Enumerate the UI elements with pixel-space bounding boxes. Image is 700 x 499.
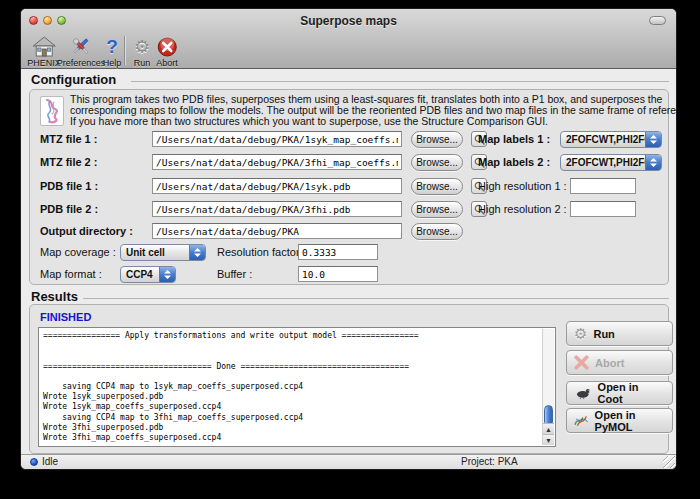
- output-directory-label: Output directory :: [40, 225, 133, 237]
- map-labels-2-select[interactable]: 2FOFCWT,PHI2FOF...: [560, 154, 662, 171]
- run-gear-icon: ⚙: [134, 37, 150, 57]
- pdb-file-2-browse-button[interactable]: Browse...: [411, 201, 463, 218]
- toolbar-abort-label: Abort: [156, 58, 178, 68]
- resize-grip[interactable]: [663, 456, 675, 468]
- popup-stepper-icon: [645, 155, 661, 170]
- map-coverage-value: Unit cell: [121, 247, 189, 258]
- toolbar-abort-button[interactable]: Abort: [156, 35, 178, 68]
- pymol-ribbon-icon: [574, 413, 589, 428]
- pymol-button-label: Open in PyMOL: [595, 409, 665, 433]
- toolbar-phenix-button[interactable]: PHENIX: [27, 35, 61, 68]
- buffer-input[interactable]: [298, 266, 378, 282]
- toolbar-separator: [124, 36, 125, 65]
- status-finished-label: FINISHED: [40, 311, 91, 323]
- abort-x-icon: [156, 35, 178, 57]
- pdb-file-2-input[interactable]: [152, 201, 402, 217]
- resolution-factor-label: Resolution factor :: [217, 246, 306, 258]
- map-labels-1-select[interactable]: 2FOFCWT,PHI2FOF...: [560, 131, 662, 148]
- toolbar-preferences-button[interactable]: Preferences: [57, 35, 106, 68]
- browse-label: Browse...: [416, 226, 458, 237]
- results-section-title: Results: [31, 289, 78, 304]
- program-ribbon-icon: [40, 96, 64, 126]
- resolution-factor-input[interactable]: [298, 244, 378, 260]
- map-format-select[interactable]: CCP4: [120, 266, 176, 283]
- browse-label: Browse...: [416, 157, 458, 168]
- buffer-label: Buffer :: [217, 268, 252, 280]
- toolbar-preferences-label: Preferences: [57, 58, 106, 68]
- toolbar-help-button[interactable]: ? Help: [103, 35, 122, 68]
- mtz-file-2-browse-button[interactable]: Browse...: [411, 154, 463, 171]
- map-labels-1-label: Map labels 1 :: [478, 133, 550, 145]
- run-button[interactable]: ⚙ Run: [566, 321, 673, 346]
- results-groupbox: FINISHED ================ Apply transfor…: [29, 304, 669, 454]
- open-in-pymol-button[interactable]: Open in PyMOL: [566, 408, 673, 433]
- mtz-file-2-label: MTZ file 2 :: [40, 156, 97, 168]
- toolbar-toggle-button[interactable]: [649, 16, 666, 25]
- configuration-divider: [131, 81, 669, 82]
- map-coverage-label: Map coverage :: [40, 246, 116, 258]
- screenshot-stage: Superpose maps PHENIX: [0, 0, 700, 499]
- mtz-file-1-label: MTZ file 1 :: [40, 133, 97, 145]
- console-scrollbar[interactable]: ▲ ▼: [542, 329, 554, 445]
- run-button-label: Run: [593, 328, 614, 340]
- configuration-section-title: Configuration: [31, 72, 116, 87]
- high-resolution-2-input[interactable]: [570, 201, 636, 217]
- pdb-file-1-input[interactable]: [152, 178, 402, 194]
- console-output[interactable]: ================ Apply transformations a…: [38, 327, 556, 447]
- run-gear-icon: ⚙: [574, 324, 587, 344]
- toolbar-run-label: Run: [134, 58, 151, 68]
- status-bar: Idle Project: PKA: [21, 454, 676, 469]
- phenix-home-icon: [27, 35, 61, 57]
- pdb-file-1-browse-button[interactable]: Browse...: [411, 178, 463, 195]
- open-in-coot-button[interactable]: Open in Coot: [566, 381, 673, 405]
- browse-label: Browse...: [416, 134, 458, 145]
- description-line-3: If you have more than two structures whi…: [70, 116, 548, 127]
- popup-stepper-icon: [189, 245, 205, 260]
- coot-button-label: Open in Coot: [598, 381, 665, 405]
- scroll-down-arrow[interactable]: ▼: [543, 434, 554, 445]
- map-format-label: Map format :: [40, 268, 102, 280]
- output-directory-browse-button[interactable]: Browse...: [411, 223, 463, 240]
- configuration-groupbox: This program takes two PDB files, superp…: [29, 89, 669, 285]
- window-chrome: Superpose maps PHENIX: [21, 9, 676, 69]
- map-coverage-select[interactable]: Unit cell: [120, 244, 206, 261]
- results-divider: [83, 298, 669, 299]
- pdb-file-1-label: PDB file 1 :: [40, 180, 98, 192]
- map-labels-2-value: 2FOFCWT,PHI2FOF...: [561, 157, 645, 168]
- mtz-file-2-input[interactable]: [152, 154, 402, 170]
- popup-stepper-icon: [159, 267, 175, 282]
- superpose-maps-window: Superpose maps PHENIX: [20, 8, 677, 470]
- status-indicator-icon: [30, 458, 38, 466]
- content-area: Configuration This program takes two PDB…: [21, 69, 676, 456]
- abort-button[interactable]: Abort: [566, 350, 673, 375]
- mtz-file-1-input[interactable]: [152, 131, 402, 147]
- console-text: ================ Apply transformations a…: [39, 328, 555, 446]
- window-title: Superpose maps: [21, 14, 676, 28]
- browse-label: Browse...: [416, 204, 458, 215]
- project-label: Project: PKA: [461, 456, 518, 467]
- scroll-up-arrow[interactable]: ▲: [543, 423, 554, 434]
- high-resolution-1-input[interactable]: [570, 178, 636, 194]
- output-directory-input[interactable]: [152, 223, 402, 239]
- high-resolution-1-label: High resolution 1 :: [478, 180, 567, 192]
- toolbar-phenix-label: PHENIX: [27, 58, 61, 68]
- preferences-tools-icon: [57, 35, 106, 57]
- coot-bird-icon: [574, 386, 592, 400]
- map-labels-1-value: 2FOFCWT,PHI2FOF...: [561, 134, 645, 145]
- abort-button-label: Abort: [595, 357, 624, 369]
- map-format-value: CCP4: [121, 269, 159, 280]
- toolbar-run-button[interactable]: ⚙ Run: [134, 35, 151, 68]
- toolbar-help-label: Help: [103, 58, 122, 68]
- map-labels-2-label: Map labels 2 :: [478, 156, 550, 168]
- pdb-file-2-label: PDB file 2 :: [40, 203, 98, 215]
- help-question-icon: ?: [106, 37, 118, 57]
- high-resolution-2-label: High resolution 2 :: [478, 203, 567, 215]
- mtz-file-1-browse-button[interactable]: Browse...: [411, 131, 463, 148]
- popup-stepper-icon: [645, 132, 661, 147]
- status-text: Idle: [42, 456, 58, 467]
- browse-label: Browse...: [416, 181, 458, 192]
- abort-x-icon-disabled: [574, 355, 589, 370]
